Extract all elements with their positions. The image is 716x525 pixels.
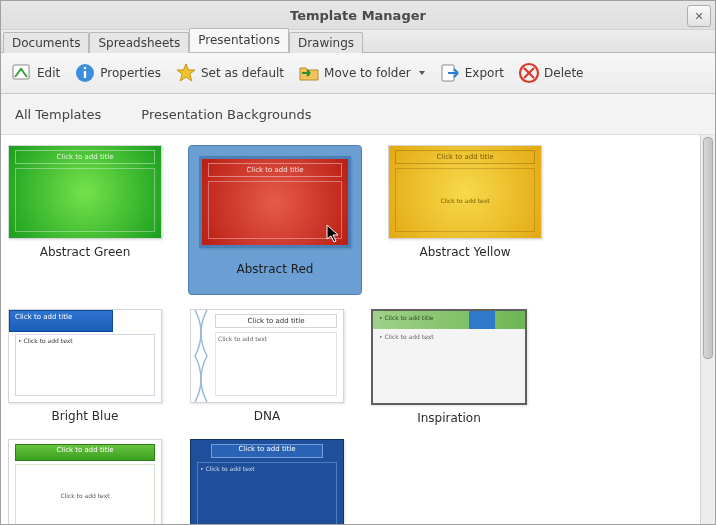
thumb-title-text: Click to add title: [208, 163, 342, 177]
export-icon: [439, 62, 461, 84]
info-icon: [74, 62, 96, 84]
breadcrumb: All Templates Presentation Backgrounds: [1, 94, 715, 135]
edit-icon: [11, 62, 33, 84]
thumb-title-text: Click to add title: [215, 314, 337, 328]
template-caption: Bright Blue: [52, 409, 119, 423]
template-caption: Abstract Green: [40, 245, 131, 259]
vertical-scrollbar[interactable]: [700, 135, 715, 524]
thumb-body-text: [208, 181, 342, 239]
export-button[interactable]: Export: [439, 62, 504, 84]
template-thumbnail: Click to add title Click to add text: [190, 309, 344, 403]
breadcrumb-folder[interactable]: Presentation Backgrounds: [141, 107, 311, 122]
close-icon: ✕: [694, 10, 703, 23]
delete-label: Delete: [544, 66, 583, 80]
thumb-title-text: • Click to add title: [379, 314, 434, 321]
content-area: Click to add title Abstract Green Click …: [1, 135, 715, 524]
star-icon: [175, 62, 197, 84]
template-thumbnail: Click to add title Click to add text: [388, 145, 542, 239]
export-label: Export: [465, 66, 504, 80]
template-caption: Abstract Red: [189, 262, 361, 276]
set-default-button[interactable]: Set as default: [175, 62, 284, 84]
thumb-body-text: Click to add text: [15, 464, 155, 524]
template-grid: Click to add title Abstract Green Click …: [1, 135, 700, 524]
template-item-dna[interactable]: Click to add title Click to add text DNA: [191, 309, 343, 425]
breadcrumb-root[interactable]: All Templates: [15, 107, 101, 122]
move-to-folder-button[interactable]: Move to folder: [298, 62, 425, 84]
toolbar: Edit Properties Set as default: [1, 53, 715, 94]
thumb-body-text: [15, 168, 155, 232]
tab-presentations[interactable]: Presentations: [189, 28, 289, 52]
thumb-title-text: Click to add title: [15, 313, 107, 321]
edit-button[interactable]: Edit: [11, 62, 60, 84]
thumb-title-text: Click to add title: [395, 150, 535, 164]
selection-frame: Click to add title Abstract Red: [188, 145, 362, 295]
tab-bar: Documents Spreadsheets Presentations Dra…: [1, 30, 715, 53]
thumb-title-text: Click to add title: [15, 150, 155, 164]
template-caption: DNA: [254, 409, 280, 423]
template-thumbnail: Click to add title Click to add text: [8, 439, 162, 524]
template-caption: Abstract Yellow: [419, 245, 510, 259]
folder-move-icon: [298, 62, 320, 84]
thumb-title-text: Click to add title: [15, 444, 155, 461]
delete-icon: [518, 62, 540, 84]
window-title: Template Manager: [290, 8, 426, 23]
edit-label: Edit: [37, 66, 60, 80]
svg-rect-2: [84, 71, 86, 78]
template-item-inspiration[interactable]: • Click to add title • Click to add text…: [373, 309, 525, 425]
close-button[interactable]: ✕: [687, 5, 711, 27]
template-item-bright-blue[interactable]: Click to add title • Click to add text B…: [9, 309, 161, 425]
tab-spreadsheets[interactable]: Spreadsheets: [89, 32, 189, 53]
template-thumbnail: • Click to add title • Click to add text: [371, 309, 527, 405]
thumb-title-text: Click to add title: [211, 444, 323, 458]
svg-marker-4: [177, 64, 195, 81]
template-item-lush-green[interactable]: Click to add title Click to add text Lus…: [9, 439, 161, 524]
titlebar: Template Manager ✕: [1, 1, 715, 30]
template-thumbnail: Click to add title • Click to add text: [8, 309, 162, 403]
set-default-label: Set as default: [201, 66, 284, 80]
move-label: Move to folder: [324, 66, 411, 80]
scrollbar-thumb[interactable]: [703, 137, 713, 359]
template-item-metropolis[interactable]: Click to add title • Click to add text M…: [191, 439, 343, 524]
thumb-body-text: • Click to add text: [197, 462, 337, 524]
tab-documents[interactable]: Documents: [3, 32, 89, 53]
thumb-body-text: Click to add text: [215, 332, 337, 396]
template-caption: Inspiration: [417, 411, 481, 425]
thumb-body-text: Click to add text: [395, 168, 535, 232]
properties-label: Properties: [100, 66, 161, 80]
thumb-body-text: • Click to add text: [15, 334, 155, 396]
template-item-abstract-red[interactable]: Click to add title Abstract Red: [191, 145, 359, 295]
template-thumbnail: Click to add title • Click to add text: [190, 439, 344, 524]
delete-button[interactable]: Delete: [518, 62, 583, 84]
template-thumbnail: Click to add title: [199, 156, 351, 248]
svg-point-3: [84, 67, 87, 70]
thumb-body-text: • Click to add text: [379, 333, 519, 397]
template-item-abstract-yellow[interactable]: Click to add title Click to add text Abs…: [389, 145, 541, 295]
template-item-abstract-green[interactable]: Click to add title Abstract Green: [9, 145, 161, 295]
template-manager-window: Template Manager ✕ Documents Spreadsheet…: [0, 0, 716, 525]
tab-drawings[interactable]: Drawings: [289, 32, 363, 53]
template-thumbnail: Click to add title: [8, 145, 162, 239]
chevron-down-icon: [419, 71, 425, 75]
properties-button[interactable]: Properties: [74, 62, 161, 84]
